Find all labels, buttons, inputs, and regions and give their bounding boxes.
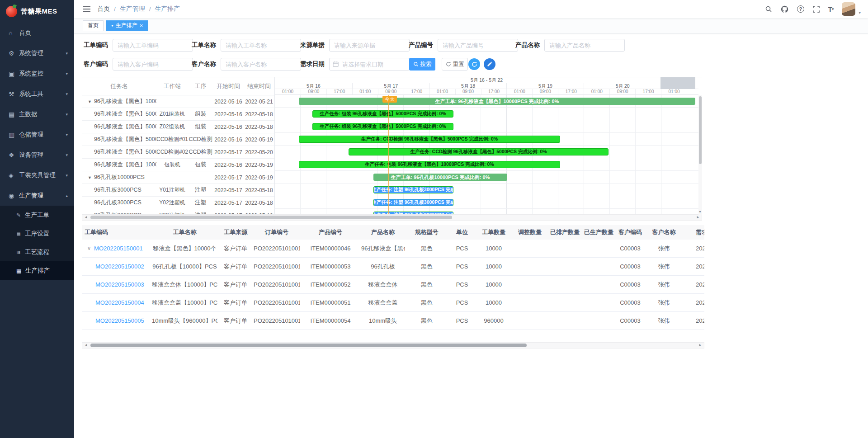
breadcrumb: 首页 / 生产管理 / 生产排产 bbox=[97, 5, 180, 13]
collapse-triangle-icon[interactable]: ▼ bbox=[88, 99, 92, 104]
sidebar-item-warehouse[interactable]: ▥ 仓储管理 ▾ bbox=[0, 124, 74, 145]
workorder-link[interactable]: MO202205150002 bbox=[95, 263, 144, 270]
table-row[interactable]: ∨MO202205150001 移液盒【黑色】10000个 客户订单 PO202… bbox=[82, 240, 704, 258]
sidebar-item-home[interactable]: ⌂ 首页 bbox=[0, 23, 74, 43]
workorder-name-input[interactable] bbox=[221, 39, 301, 52]
gantt-grid-row[interactable]: 96孔移液盒【黑色】5000PCS Z02组装机组装 2022-05-16202… bbox=[82, 121, 274, 133]
reset-button[interactable]: 重置 bbox=[442, 58, 468, 71]
table-row[interactable]: MO202205150005 10mm吸头【960000】PCS 客户订单 PO… bbox=[82, 312, 704, 330]
gantt-grid-row[interactable]: 96孔移液盒【黑色】5000PCS Z01组装机组装 2022-05-16202… bbox=[82, 108, 274, 121]
product-code-input[interactable] bbox=[438, 39, 518, 52]
tab-home[interactable]: 首页 bbox=[83, 20, 104, 31]
breadcrumb-home[interactable]: 首页 bbox=[97, 5, 110, 13]
sidebar-item-process-flow[interactable]: ≋ 工艺流程 bbox=[0, 243, 74, 261]
tab-production-scheduling[interactable]: ● 生产排产 × bbox=[106, 20, 148, 31]
sidebar-item-system-tools[interactable]: ⚒ 系统工具 ▾ bbox=[0, 84, 74, 104]
gantt-bar-task[interactable]: 生产任务: 包装 96孔移液盒【黑色】10000PCS 完成比例: 0% bbox=[299, 161, 560, 168]
sidebar-item-production[interactable]: ◉ 生产管理 ▴ bbox=[0, 185, 74, 206]
table-row[interactable]: MO202205150002 96孔孔板【10000】PCS 客户订单 PO20… bbox=[82, 258, 704, 276]
font-size-icon[interactable]: T▾ bbox=[828, 5, 834, 13]
scrollbar-thumb[interactable] bbox=[90, 344, 527, 347]
breadcrumb-production[interactable]: 生产管理 bbox=[120, 5, 145, 13]
close-icon[interactable]: × bbox=[140, 23, 143, 28]
scrollbar-thumb[interactable] bbox=[90, 216, 452, 219]
demand-date-input[interactable] bbox=[329, 58, 410, 71]
hamburger-icon[interactable] bbox=[83, 6, 90, 12]
gantt-bar-task[interactable]: 生产任务: 组装 96孔移液盒【黑色】5000PCS 完成比例: 0% bbox=[312, 110, 453, 118]
document-icon: ▤ bbox=[9, 111, 19, 118]
scroll-right-icon[interactable]: ► bbox=[695, 215, 701, 220]
gantt-grid-row[interactable]: 96孔移液盒【黑色】5000PCS CCD检测#01CCD检测 2022-05-… bbox=[82, 133, 274, 146]
gantt-row: 生产工单: 96孔移液盒【黑色】10000PCS 完成比例: 0% bbox=[275, 95, 698, 108]
avatar[interactable] bbox=[842, 2, 855, 16]
gantt-bar-task[interactable]: 生产任务: 注塑 96孔孔板3000PCS 完成 bbox=[373, 186, 453, 193]
sidebar-item-fixture[interactable]: ◈ 工装夹具管理 ▾ bbox=[0, 165, 74, 185]
sidebar-item-production-scheduling[interactable]: ▦ 生产排产 bbox=[0, 261, 74, 280]
gantt-vertical-scrollbar[interactable] bbox=[698, 95, 702, 215]
help-icon[interactable]: ? bbox=[797, 5, 804, 13]
gantt-bar-workorder[interactable]: 生产工单: 96孔移液盒【黑色】10000PCS 完成比例: 0% bbox=[299, 98, 695, 105]
sidebar-item-label: 主数据 bbox=[19, 110, 66, 118]
sidebar-item-label: 仓储管理 bbox=[19, 131, 66, 139]
caret-down-icon[interactable]: ▾ bbox=[859, 10, 861, 15]
source-doc-input[interactable] bbox=[329, 39, 410, 52]
gantt-horizontal-scrollbar[interactable]: ◄ ► bbox=[82, 214, 702, 221]
chevron-down-icon: ▾ bbox=[66, 153, 68, 157]
sidebar-item-equipment[interactable]: ❖ 设备管理 ▾ bbox=[0, 145, 74, 165]
sidebar-item-production-workorder[interactable]: ✎ 生产工单 bbox=[0, 206, 74, 224]
table-row[interactable]: MO202205150004 移液盒盒盖【10000】PCS 客户订单 PO20… bbox=[82, 294, 704, 312]
sidebar-item-system-monitor[interactable]: ▣ 系统监控 ▾ bbox=[0, 63, 74, 84]
sidebar-item-process-settings[interactable]: ≣ 工序设置 bbox=[0, 224, 74, 243]
customer-code-input[interactable] bbox=[113, 58, 193, 71]
workorder-link[interactable]: MO202205150005 bbox=[95, 317, 144, 324]
gantt-row: 生产任务: 组装 96孔移液盒【黑色】5000PCS 完成比例: 0% bbox=[275, 108, 698, 120]
hour-label: 01:00 bbox=[352, 89, 378, 94]
refresh-gantt-button[interactable] bbox=[468, 58, 480, 70]
fullscreen-icon[interactable] bbox=[813, 6, 820, 13]
gantt-bar-task[interactable]: 生产任务: CCD检测 96孔移液盒【黑色】5000PCS 完成比例: 0% bbox=[349, 148, 609, 155]
gantt-bar-task[interactable]: 生产任务: 注塑 96孔孔板3000PCS 完成 bbox=[373, 199, 453, 206]
col-header: 已生产数量 bbox=[582, 228, 616, 236]
flow-icon: ≋ bbox=[16, 249, 21, 255]
sidebar-item-system-management[interactable]: ⚙ 系统管理 ▾ bbox=[0, 43, 74, 63]
scroll-left-icon[interactable]: ◄ bbox=[83, 215, 89, 220]
gantt-grid-row[interactable]: 96孔孔板3000PCS Y01注塑机注塑 2022-05-172022-05-… bbox=[82, 184, 274, 197]
search-icon[interactable] bbox=[765, 5, 772, 13]
collapse-triangle-icon[interactable]: ▼ bbox=[88, 175, 92, 180]
workorder-link[interactable]: MO202205150001 bbox=[94, 245, 143, 252]
gantt-bar-task[interactable]: 生产任务: 注塑 96孔孔板3000PCS 完成 bbox=[373, 212, 453, 214]
edit-button[interactable] bbox=[484, 58, 495, 70]
gantt-grid-row[interactable]: ▼96孔孔板10000PCS 2022-05-172022-05-19 bbox=[82, 171, 274, 184]
hour-label: 01:00 bbox=[429, 89, 455, 94]
workorder-link[interactable]: MO202205150004 bbox=[95, 299, 144, 306]
gantt-bar-workorder[interactable]: 生产工单: 96孔孔板10000PCS 完成比例: 0% bbox=[373, 174, 507, 181]
scroll-down-icon[interactable]: ▼ bbox=[698, 209, 702, 215]
breadcrumb-separator: / bbox=[114, 6, 116, 13]
chevron-down-icon: ▾ bbox=[66, 132, 68, 137]
scroll-left-icon[interactable]: ◄ bbox=[83, 343, 89, 348]
workorder-code-input[interactable] bbox=[113, 39, 193, 52]
gantt-grid-row[interactable]: ▼96孔移液盒【黑色】10000PCS 2022-05-162022-05-21 bbox=[82, 95, 274, 108]
gantt-row: 生产任务: CCD检测 96孔移液盒【黑色】5000PCS 完成比例: 0% bbox=[275, 146, 698, 158]
table-horizontal-scrollbar[interactable]: ◄ ► bbox=[82, 342, 704, 349]
workorder-link[interactable]: MO202205150003 bbox=[95, 281, 144, 288]
gantt-grid-row[interactable]: 96孔移液盒【黑色】10000PCS 包装机包装 2022-05-162022-… bbox=[82, 159, 274, 171]
sidebar-item-master-data[interactable]: ▤ 主数据 ▾ bbox=[0, 104, 74, 124]
gantt-grid-row[interactable]: 96孔移液盒【黑色】5000PCS CCD检测#02CCD检测 2022-05-… bbox=[82, 146, 274, 159]
gantt-bar-task[interactable]: 生产任务: CCD检测 96孔移液盒【黑色】5000PCS 完成比例: 0% bbox=[299, 136, 560, 143]
search-button[interactable]: 搜索 bbox=[409, 58, 435, 71]
github-icon[interactable] bbox=[781, 5, 788, 13]
expand-chevron-icon[interactable]: ∨ bbox=[87, 245, 91, 251]
scroll-right-icon[interactable]: ► bbox=[697, 343, 703, 348]
hour-label: 09:00 bbox=[301, 89, 326, 94]
main-content: 工单编码 工单名称 来源单据 产品编号 产品名称 客户编码 客户名称 bbox=[74, 33, 868, 438]
scrollbar-thumb[interactable] bbox=[699, 96, 702, 164]
breadcrumb-scheduling[interactable]: 生产排产 bbox=[155, 5, 180, 13]
product-name-input[interactable] bbox=[544, 39, 625, 52]
table-row[interactable]: MO202205150003 移液盒盒体【10000】PCS 客户订单 PO20… bbox=[82, 276, 704, 294]
refresh-icon bbox=[446, 61, 451, 67]
fixture-icon: ◈ bbox=[9, 172, 19, 179]
gantt-bar-task[interactable]: 生产任务: 组装 96孔移液盒【黑色】5000PCS 完成比例: 0% bbox=[312, 123, 453, 130]
customer-name-input[interactable] bbox=[221, 58, 301, 71]
gantt-grid-row[interactable]: 96孔孔板3000PCS Y02注塑机注塑 2022-05-172022-05-… bbox=[82, 197, 274, 209]
